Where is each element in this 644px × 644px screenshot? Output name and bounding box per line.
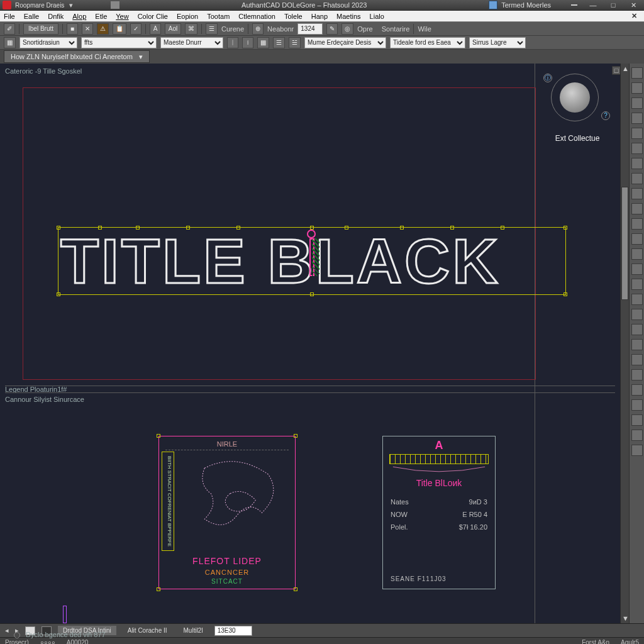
side-tool-24[interactable]	[631, 430, 643, 441]
side-tool-0[interactable]	[631, 67, 643, 79]
menu-ctl[interactable]: Ctlemnation	[238, 13, 275, 20]
menu-help[interactable]: Hanp	[311, 13, 328, 20]
side-tool-19[interactable]	[631, 354, 643, 365]
doc-tab[interactable]: How ZLN Nuryiself blxuted Сi Aneretom ▾	[4, 50, 150, 63]
side-tool-8[interactable]	[631, 188, 643, 199]
menu-view[interactable]: Yew	[116, 13, 128, 20]
side-tool-17[interactable]	[631, 324, 643, 335]
titleblock-a[interactable]: NIRLE BIITH STRACIT COFRENIAT BPPERFE FL…	[158, 436, 296, 589]
viewcube-home-icon[interactable]: ⓘ	[543, 74, 552, 82]
side-tool-2[interactable]	[631, 97, 643, 109]
rb2-sel4[interactable]: Mume Erdeçaire Desis	[304, 37, 386, 48]
maximize-button[interactable]: □	[604, 0, 623, 11]
side-tool-5[interactable]	[631, 143, 643, 154]
tba-grip-bl[interactable]	[157, 587, 160, 591]
side-tool-25[interactable]	[631, 445, 643, 456]
grip-tl[interactable]	[57, 226, 60, 230]
rb-bar-icon[interactable]: ☰	[206, 23, 218, 35]
titleblock-b[interactable]: A Title BlLoиk Nates9иD 3 NOWE R50 4 Pol…	[382, 436, 496, 589]
grip-g5[interactable]	[345, 226, 348, 230]
grip-g1[interactable]	[98, 226, 102, 230]
menu-option[interactable]: Eopion	[177, 13, 198, 20]
side-tool-14[interactable]	[631, 279, 643, 290]
rb-square[interactable]: ■	[67, 23, 78, 35]
grip-g7[interactable]	[450, 226, 454, 230]
side-tool-3[interactable]	[631, 113, 643, 124]
side-tool-21[interactable]	[631, 384, 643, 396]
rb-check[interactable]: ✓	[130, 23, 142, 35]
side-tool-23[interactable]	[631, 414, 643, 426]
menu-lialo[interactable]: Lialo	[370, 13, 384, 20]
grip-br[interactable]	[564, 292, 567, 296]
grip-tr[interactable]	[564, 226, 567, 230]
side-tool-10[interactable]	[631, 218, 643, 230]
rb-paste-icon[interactable]: 📋	[113, 23, 126, 35]
side-tool-15[interactable]	[631, 294, 643, 305]
rb2-i2[interactable]: ፧	[242, 37, 253, 48]
grip-g2[interactable]	[136, 226, 140, 230]
tba-grip-br[interactable]	[294, 587, 297, 591]
viewcube[interactable]: ⓘ ? Ext Collectue	[540, 74, 610, 149]
layout-tab-2[interactable]: Alit Corache II	[123, 626, 172, 635]
menu-file[interactable]: File	[4, 13, 15, 20]
grip-g4[interactable]	[236, 226, 240, 230]
rb2-sel5[interactable]: Tideale ford es Eaea	[390, 37, 465, 48]
menu-tools[interactable]: Tootam	[207, 13, 230, 20]
grip-bl[interactable]	[57, 292, 60, 296]
side-tool-9[interactable]	[631, 203, 643, 214]
rb2-sel3[interactable]: Maeste Dnurr	[160, 37, 223, 48]
rb-warn-icon[interactable]: ⚠	[97, 23, 109, 35]
rb2-i3[interactable]: ▦	[257, 37, 269, 48]
layout-input[interactable]	[214, 626, 252, 636]
menu-etle[interactable]: Etle	[95, 13, 107, 20]
side-tool-20[interactable]	[631, 369, 643, 380]
scroll-thumb[interactable]	[621, 187, 628, 300]
rb-icon-tool[interactable]: ✐	[4, 23, 15, 35]
canvas[interactable]: Cateroric -9 Tille Sgoskel TITLE BLACK	[0, 64, 620, 623]
grip-g8[interactable]	[501, 226, 504, 230]
close-window-button[interactable]: ✕	[624, 0, 643, 11]
grip-g3[interactable]	[186, 226, 190, 230]
side-tool-18[interactable]	[631, 339, 643, 350]
vertical-scrollbar[interactable]: ▲ ▼	[620, 64, 629, 623]
rb2-i5[interactable]: ☱	[289, 37, 301, 48]
close-doc-button[interactable]: ✕	[631, 12, 640, 21]
menu-tolele[interactable]: Tolele	[284, 13, 303, 20]
rb-globe-icon[interactable]: ⊕	[252, 23, 264, 35]
menu-alop[interactable]: Alop	[72, 13, 86, 20]
menu-maet[interactable]: Maetins	[336, 13, 361, 20]
menu-edit[interactable]: Ealle	[24, 13, 39, 20]
side-tool-1[interactable]	[631, 82, 643, 94]
rb-x[interactable]: ✕	[82, 23, 93, 35]
side-tool-4[interactable]	[631, 128, 643, 139]
rb-neabonr-input[interactable]	[297, 23, 323, 35]
side-tool-6[interactable]	[631, 158, 643, 169]
viewport-horizontal-divider[interactable]	[5, 386, 615, 386]
rb2-icon[interactable]: ▦	[4, 37, 16, 48]
rb2-sel2[interactable]: ffts	[81, 37, 157, 48]
panel-collapse-handle[interactable]: □	[612, 66, 621, 75]
layout-tab-3[interactable]: Multil2l	[179, 626, 208, 635]
tba-grip-tr[interactable]	[294, 434, 297, 438]
rb2-sel6[interactable]: Sirrus Lagre	[469, 37, 526, 48]
rb2-sel1[interactable]: Snortidrasiun	[19, 37, 77, 48]
grip-g6[interactable]	[400, 226, 404, 230]
side-tool-13[interactable]	[631, 264, 643, 275]
side-tool-22[interactable]	[631, 399, 643, 411]
rb-letter-a[interactable]: A	[150, 23, 161, 35]
rb-target-icon[interactable]: ◎	[341, 23, 353, 35]
side-tool-11[interactable]	[631, 233, 643, 245]
viewcube-options-icon[interactable]: ?	[601, 111, 610, 120]
rb-ibel-brutt[interactable]: Ibel Brutt	[23, 23, 58, 35]
side-tool-12[interactable]	[631, 248, 643, 260]
grip-bm[interactable]	[310, 292, 314, 296]
menu-dnfik[interactable]: Dnfik	[48, 13, 64, 20]
side-tool-7[interactable]	[631, 173, 643, 184]
viewcube-face[interactable]	[560, 82, 590, 113]
menu-color[interactable]: Color Clie	[138, 13, 168, 20]
side-tool-16[interactable]	[631, 309, 643, 320]
tba-grip-tl[interactable]	[157, 434, 160, 438]
palette-icon[interactable]	[489, 1, 497, 9]
rb-pencil-icon[interactable]: ✎	[326, 23, 338, 35]
minimize-button[interactable]: —	[584, 0, 602, 11]
